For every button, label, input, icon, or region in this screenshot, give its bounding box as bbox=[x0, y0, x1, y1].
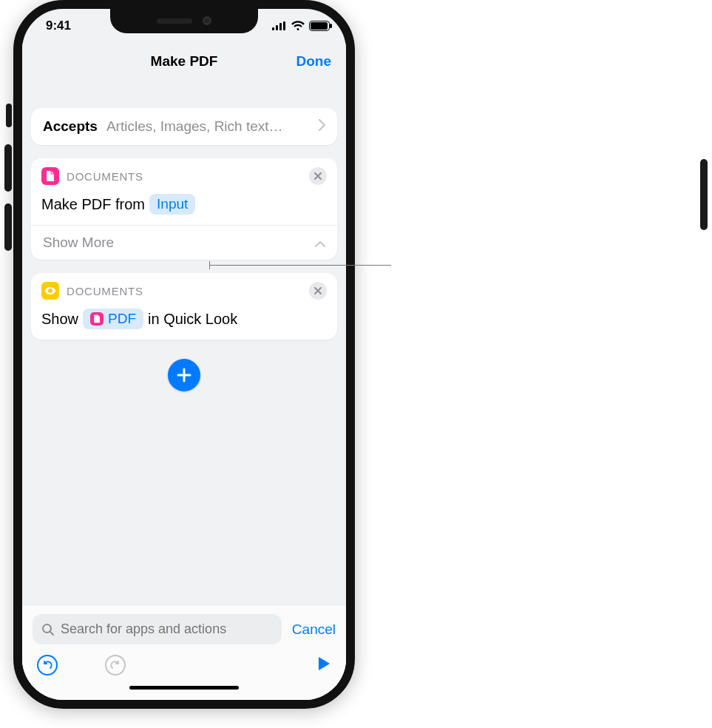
action-text-suffix: in Quick Look bbox=[148, 311, 237, 328]
delete-action-button[interactable] bbox=[309, 167, 327, 185]
action-summary[interactable]: Show PDF in Quick Look bbox=[31, 304, 337, 340]
show-more-label: Show More bbox=[43, 235, 114, 251]
delete-action-button[interactable] bbox=[309, 282, 327, 300]
navigation-bar: Make PDF Done bbox=[22, 43, 346, 80]
cancel-button[interactable]: Cancel bbox=[292, 621, 336, 638]
phone-volume-up bbox=[4, 144, 12, 192]
action-text-prefix: Show bbox=[41, 311, 78, 328]
phone-power-button bbox=[700, 159, 708, 230]
action-header: DOCUMENTS bbox=[31, 273, 337, 304]
done-button[interactable]: Done bbox=[296, 53, 332, 70]
undo-button[interactable] bbox=[37, 655, 58, 675]
battery-icon bbox=[309, 21, 330, 31]
page-title: Make PDF bbox=[151, 53, 218, 70]
action-show-quick-look: DOCUMENTS Show PDF in Quic bbox=[31, 273, 337, 340]
bottom-bar: Cancel bbox=[22, 604, 346, 700]
accepts-value: Articles, Images, Rich text… bbox=[106, 118, 310, 135]
document-icon bbox=[41, 167, 59, 185]
screen: 9:41 Make PDF Done Accepts Article bbox=[22, 9, 346, 700]
input-variable-token[interactable]: Input bbox=[149, 194, 195, 215]
wifi-icon bbox=[291, 21, 305, 31]
accepts-row[interactable]: Accepts Articles, Images, Rich text… bbox=[31, 108, 337, 145]
eye-icon bbox=[41, 282, 59, 300]
chevron-up-icon bbox=[315, 235, 325, 251]
action-header: DOCUMENTS bbox=[31, 158, 337, 189]
search-field[interactable] bbox=[33, 614, 282, 644]
plus-icon bbox=[176, 367, 192, 383]
search-input[interactable] bbox=[61, 621, 273, 637]
signal-icon bbox=[272, 21, 287, 30]
action-category: DOCUMENTS bbox=[67, 170, 143, 183]
phone-mute-switch bbox=[6, 104, 12, 127]
phone-volume-down bbox=[4, 203, 12, 251]
add-action-button[interactable] bbox=[168, 359, 200, 391]
play-icon bbox=[316, 655, 331, 672]
play-button[interactable] bbox=[316, 655, 331, 675]
action-category: DOCUMENTS bbox=[67, 285, 143, 297]
status-time: 9:41 bbox=[46, 18, 71, 33]
action-text-prefix: Make PDF from bbox=[41, 196, 145, 213]
token-label: PDF bbox=[108, 311, 136, 327]
callout-line bbox=[209, 265, 391, 266]
svg-point-0 bbox=[50, 290, 52, 292]
chevron-right-icon bbox=[319, 119, 325, 134]
editor-content: Accepts Articles, Images, Rich text… DOC… bbox=[22, 80, 346, 700]
show-more-button[interactable]: Show More bbox=[31, 226, 337, 260]
pdf-variable-token[interactable]: PDF bbox=[83, 309, 143, 329]
home-indicator[interactable] bbox=[129, 686, 239, 690]
document-icon bbox=[90, 312, 104, 326]
action-make-pdf: DOCUMENTS Make PDF from Input Show More bbox=[31, 158, 337, 260]
device-notch bbox=[110, 8, 258, 33]
iphone-frame: 9:41 Make PDF Done Accepts Article bbox=[13, 0, 355, 709]
search-icon bbox=[41, 623, 55, 636]
action-summary[interactable]: Make PDF from Input bbox=[31, 189, 337, 225]
redo-button bbox=[105, 655, 126, 675]
accepts-label: Accepts bbox=[43, 118, 98, 135]
